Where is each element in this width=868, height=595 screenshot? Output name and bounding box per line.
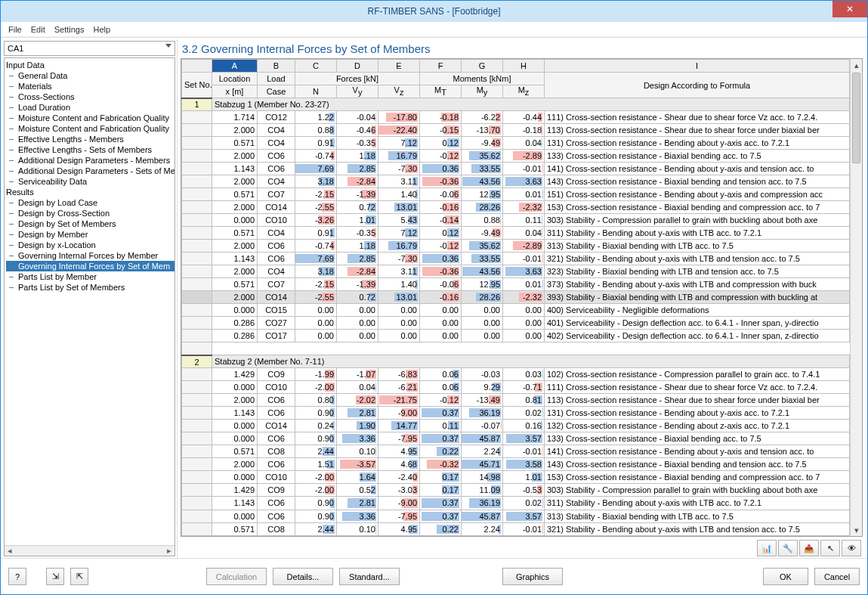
menu-settings[interactable]: Settings bbox=[54, 25, 85, 34]
grid-cell[interactable]: -1.07 bbox=[337, 368, 378, 381]
grid-cell[interactable]: -0.06 bbox=[420, 188, 462, 201]
table-row[interactable]: 0.000 CO10 -2.00 1.64 -2.40 0.17 14.98 1… bbox=[182, 471, 850, 484]
tree-node[interactable]: Design by Load Case bbox=[6, 197, 175, 208]
table-row[interactable]: 1.143 CO6 0.90 2.81 -9.00 0.37 36.19 0.0… bbox=[182, 497, 850, 510]
table-row[interactable]: 2.000 CO6 0.80 -2.02 -21.75 -0.12 -13.49… bbox=[182, 394, 850, 407]
grid-cell[interactable]: 111) Cross-section resistance - Shear du… bbox=[545, 381, 850, 394]
grid-cell[interactable]: -0.12 bbox=[420, 150, 462, 163]
results-grid[interactable]: A B C D E F G H I Set No. Location Load … bbox=[181, 58, 863, 537]
grid-cell[interactable]: 0.00 bbox=[462, 330, 503, 342]
grid-cell[interactable]: -1.99 bbox=[295, 368, 337, 381]
grid-cell[interactable]: 0.571 bbox=[212, 227, 258, 240]
grid-cell[interactable]: 0.37 bbox=[420, 432, 462, 445]
row-header[interactable] bbox=[182, 201, 212, 214]
ok-button[interactable]: OK bbox=[763, 568, 808, 585]
grid-cell[interactable]: -7.95 bbox=[378, 432, 420, 445]
grid-cell[interactable]: 0.12 bbox=[420, 227, 462, 240]
grid-cell[interactable]: 36.19 bbox=[462, 407, 503, 420]
grid-cell[interactable]: 323) Stability - Biaxial bending with LT… bbox=[545, 265, 850, 278]
row-header[interactable] bbox=[182, 394, 212, 407]
grid-cell[interactable]: 0.17 bbox=[420, 484, 462, 497]
row-header[interactable] bbox=[182, 278, 212, 291]
grid-cell[interactable]: 2.000 bbox=[212, 458, 258, 471]
grid-cell[interactable]: 143) Cross-section resistance - Biaxial … bbox=[545, 175, 850, 188]
grid-cell[interactable]: -21.75 bbox=[378, 394, 420, 407]
scroll-down-icon[interactable]: ▾ bbox=[851, 524, 862, 536]
grid-cell[interactable]: 1.40 bbox=[378, 188, 420, 201]
grid-cell[interactable]: 0.000 bbox=[212, 510, 258, 522]
grid-cell[interactable]: 11.09 bbox=[462, 484, 503, 497]
grid-cell[interactable]: 0.11 bbox=[503, 214, 545, 227]
table-row[interactable]: 1.143 CO6 7.69 2.85 -7.30 0.36 33.55 -0.… bbox=[182, 163, 850, 175]
grid-cell[interactable]: 1.143 bbox=[212, 253, 258, 265]
grid-cell[interactable]: CO4 bbox=[258, 175, 295, 188]
grid-cell[interactable]: 402) Serviceability - Design deflection … bbox=[545, 330, 850, 342]
grid-cell[interactable]: -0.01 bbox=[503, 522, 545, 535]
grid-cell[interactable]: -0.04 bbox=[337, 111, 378, 124]
grid-cell[interactable]: 0.286 bbox=[212, 317, 258, 330]
grid-cell[interactable]: -0.07 bbox=[462, 420, 503, 432]
scroll-thumb[interactable] bbox=[852, 73, 860, 163]
grid-cell[interactable]: 0.04 bbox=[503, 227, 545, 240]
grid-cell[interactable]: 0.91 bbox=[295, 227, 337, 240]
grid-cell[interactable]: 28.26 bbox=[462, 201, 503, 214]
grid-cell[interactable]: 0.00 bbox=[378, 317, 420, 330]
table-row[interactable]: 0.571 CO7 -2.15 -1.39 1.40 -0.06 12.95 0… bbox=[182, 278, 850, 291]
grid-cell[interactable]: 3.11 bbox=[378, 265, 420, 278]
grid-cell[interactable]: -22.40 bbox=[378, 124, 420, 137]
grid-cell[interactable]: 153) Cross-section resistance - Biaxial … bbox=[545, 471, 850, 484]
grid-cell[interactable]: -2.00 bbox=[295, 381, 337, 394]
load-combo[interactable]: CA1 bbox=[4, 41, 175, 56]
chart-icon[interactable]: 📊 bbox=[757, 540, 777, 556]
grid-cell[interactable]: 132) Cross-section resistance - Bending … bbox=[545, 420, 850, 432]
grid-cell[interactable]: 2.85 bbox=[337, 163, 378, 175]
grid-cell[interactable]: 2.000 bbox=[212, 291, 258, 304]
table-row[interactable]: 1.143 CO6 7.69 2.85 -7.30 0.36 33.55 -0.… bbox=[182, 253, 850, 265]
grid-cell[interactable]: 9.29 bbox=[462, 381, 503, 394]
grid-cell[interactable]: -7.30 bbox=[378, 163, 420, 175]
group-header[interactable]: Stabzug 1 (Member No. 23-27) bbox=[212, 98, 850, 111]
grid-cell[interactable]: 0.11 bbox=[420, 420, 462, 432]
grid-cell[interactable]: -2.89 bbox=[503, 240, 545, 253]
tree-node[interactable]: Additional Design Parameters - Members bbox=[6, 155, 175, 166]
grid-cell[interactable]: -0.12 bbox=[420, 240, 462, 253]
table-row[interactable]: 0.000 CO15 0.00 0.00 0.00 0.00 0.00 0.00… bbox=[182, 304, 850, 317]
table-row[interactable]: 0.000 CO10 -3.26 1.01 5.43 -0.14 0.88 0.… bbox=[182, 214, 850, 227]
grid-cell[interactable]: 14.77 bbox=[378, 420, 420, 432]
grid-cell[interactable]: CO6 bbox=[258, 394, 295, 407]
grid-cell[interactable]: 3.36 bbox=[337, 510, 378, 522]
table-row[interactable]: 0.571 CO8 2.44 0.10 4.95 0.22 2.24 -0.01… bbox=[182, 445, 850, 458]
cancel-button[interactable]: Cancel bbox=[814, 568, 860, 585]
tree-group[interactable]: Input Data bbox=[6, 60, 175, 70]
grid-cell[interactable]: -6.21 bbox=[378, 381, 420, 394]
table-row[interactable]: 1.429 CO9 -1.99 -1.07 -6.83 0.06 -0.03 0… bbox=[182, 368, 850, 381]
grid-cell[interactable]: 133) Cross-section resistance - Biaxial … bbox=[545, 150, 850, 163]
grid-cell[interactable]: CO7 bbox=[258, 278, 295, 291]
grid-cell[interactable]: 153) Cross-section resistance - Biaxial … bbox=[545, 201, 850, 214]
tree-node[interactable]: Effective Lengths - Sets of Members bbox=[6, 144, 175, 155]
table-row[interactable]: 0.571 CO4 0.91 -0.35 7.12 0.12 -9.49 0.0… bbox=[182, 137, 850, 150]
grid-cell[interactable]: 143) Cross-section resistance - Biaxial … bbox=[545, 458, 850, 471]
row-header[interactable] bbox=[182, 407, 212, 420]
grid-cell[interactable]: 1.90 bbox=[337, 420, 378, 432]
grid-cell[interactable]: CO8 bbox=[258, 522, 295, 535]
grid-cell[interactable]: -9.49 bbox=[462, 137, 503, 150]
grid-cell[interactable]: 13.01 bbox=[378, 201, 420, 214]
grid-cell[interactable]: -0.16 bbox=[420, 291, 462, 304]
grid-cell[interactable]: 0.10 bbox=[337, 445, 378, 458]
grid-cell[interactable]: -2.32 bbox=[503, 291, 545, 304]
tree-node[interactable]: Parts List by Member bbox=[6, 271, 175, 282]
grid-cell[interactable]: 4.95 bbox=[378, 445, 420, 458]
row-header[interactable] bbox=[182, 188, 212, 201]
grid-cell[interactable]: 0.12 bbox=[420, 137, 462, 150]
grid-cell[interactable]: 313) Stability - Biaxial bending with LT… bbox=[545, 510, 850, 522]
grid-cell[interactable]: CO6 bbox=[258, 253, 295, 265]
tree-node[interactable]: Load Duration bbox=[6, 102, 175, 113]
tree-node[interactable]: Additional Design Parameters - Sets of M… bbox=[6, 166, 175, 176]
grid-cell[interactable]: CO10 bbox=[258, 471, 295, 484]
scroll-up-icon[interactable]: ▴ bbox=[851, 59, 862, 71]
grid-cell[interactable]: 0.06 bbox=[420, 381, 462, 394]
table-row[interactable]: 0.286 CO27 0.00 0.00 0.00 0.00 0.00 0.00… bbox=[182, 317, 850, 330]
grid-cell[interactable]: 0.90 bbox=[295, 510, 337, 522]
grid-cell[interactable]: 5.43 bbox=[378, 214, 420, 227]
